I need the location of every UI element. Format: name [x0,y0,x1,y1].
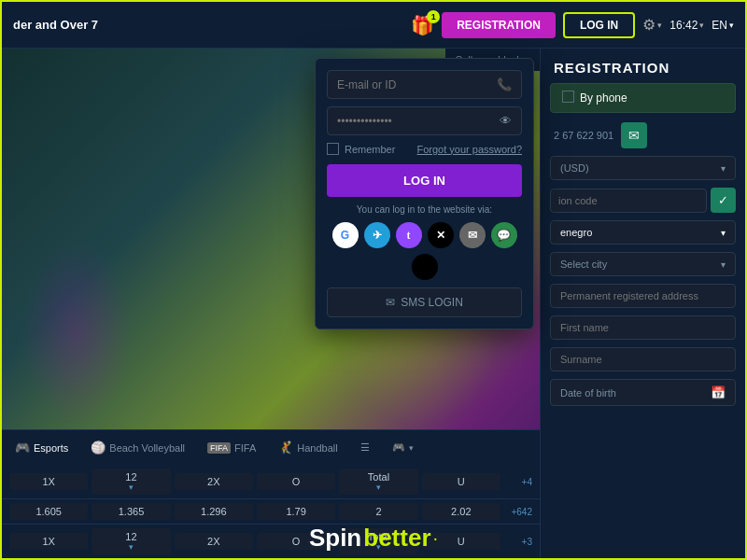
calendar-icon: 📅 [711,385,726,399]
promo-input[interactable] [550,189,707,213]
login-button[interactable]: LOG IN [563,12,635,38]
surname-input[interactable] [550,347,736,371]
chat-login-button[interactable]: 💬 [491,222,517,248]
sms-login-button[interactable]: ✉ SMS LOGIN [327,287,522,317]
left-graphic [21,241,133,427]
odds-val-2[interactable]: 1.365 [92,503,170,520]
forgot-password-link[interactable]: Forgot your password? [417,144,523,155]
registration-panel: REGISTRATION By phone 2 67 622 901 ✉ (US… [540,49,745,558]
odds-val-3[interactable]: 1.296 [175,503,253,520]
social-icons-row2 [327,254,522,280]
odds-val-5[interactable]: 2 [339,503,417,520]
remember-label: Remember [345,144,395,155]
twitch-login-button[interactable]: t [396,222,422,248]
odds-col-o: O [257,473,335,490]
gift-button[interactable]: 🎁 1 [411,14,434,36]
country-code: 2 67 622 901 [550,124,617,147]
registration-button[interactable]: REGISTRATION [442,12,556,38]
promo-input-group: ✓ [550,188,736,213]
odds-table: 1X 12 ▾ 2X O Total ▾ U +4 1.605 [2,465,540,558]
email-input[interactable] [337,78,497,91]
google-login-button[interactable]: G [332,222,359,248]
login-modal: 📞 👁 Remember Forgot your password? LOG I… [315,58,534,329]
dob-input-group[interactable]: Date of birth 📅 [550,379,736,406]
email-icon-button[interactable]: ✉ [621,122,647,148]
dob-label: Date of birth [560,387,616,399]
tab-esports[interactable]: 🎮 Esports [9,437,74,458]
odds-col-2x: 2X [175,473,253,490]
password-field: 👁 [327,106,522,135]
odds-h2-col1: 1X [9,533,88,550]
chevron-down-icon [721,162,726,174]
tab-fifa[interactable]: FIFA FIFA [202,439,261,457]
remember-left: Remember [327,143,395,155]
odds-h2-col2: 12 ▾ [92,528,170,554]
odds-col-1x: 1X [9,473,88,490]
address-input[interactable] [550,284,736,308]
remember-row: Remember Forgot your password? [327,143,522,155]
currency-select[interactable]: (USD) [550,156,736,180]
bottom-logo: Spin better · [309,524,438,553]
country-select[interactable]: enegro [550,220,736,245]
tab-beach-volleyball[interactable]: 🏐 Beach Volleyball [85,437,190,458]
remember-checkbox[interactable] [327,143,339,155]
logo-better: better [363,524,430,553]
menu-icon: ☰ [360,441,370,454]
eye-icon[interactable]: 👁 [500,114,512,128]
city-select[interactable]: Select city [550,252,736,276]
logo-spin: Spin [309,524,361,553]
login-submit-button[interactable]: LOG IN [327,164,522,197]
mail-login-button[interactable]: ✉ [459,222,486,248]
telegram-login-button[interactable]: ✈ [364,222,390,248]
odds-val-1[interactable]: 1.605 [9,503,88,520]
chevron-down-city-icon [721,259,726,270]
logo-dot: · [433,527,439,549]
fifa-badge: FIFA [207,442,231,454]
phone-icon[interactable]: 📞 [497,77,512,91]
registration-title: REGISTRATION [541,49,745,83]
odds-data-row-1: 1.605 1.365 1.296 1.79 2 2.02 +642 [2,499,540,525]
odds-val-6[interactable]: 2.02 [422,503,500,520]
social-login-note: You can log in to the website via: [327,204,522,215]
checkbox-icon [562,91,574,105]
odds-plus-642[interactable]: +642 [504,507,532,517]
social-icons: G ✈ t ✕ ✉ 💬 [327,222,522,248]
odds-col-12: 12 ▾ [92,469,170,495]
sms-icon: ✉ [386,296,395,309]
page-title: der and Over 7 [13,18,98,32]
password-input[interactable] [337,115,500,128]
phone-input-group: 2 67 622 901 ✉ [550,122,736,148]
gift-badge: 1 [427,10,440,23]
odds-h2-col3: 2X [175,533,253,550]
tab-gamepad[interactable]: 🎮 ▾ [387,438,419,457]
email-field: 📞 [327,70,522,99]
gamepad-icon: 🎮 [392,441,405,454]
odds-plus-3[interactable]: +3 [504,537,532,547]
by-phone-button[interactable]: By phone [550,83,736,113]
settings-button[interactable]: ⚙ ▾ [642,16,662,34]
promo-check-button[interactable]: ✓ [711,188,736,213]
chevron-down-country-icon [721,227,726,238]
x-login-button[interactable]: ✕ [428,222,454,248]
handball-icon: 🤾 [278,441,293,455]
content-area: Collapse block » 🎮 Esports 🏐 Beach Volle… [2,49,745,558]
odds-col-total: Total ▾ [339,469,417,495]
firstname-input[interactable] [550,315,736,340]
sports-tabs: 🎮 Esports 🏐 Beach Volleyball FIFA FIFA 🤾… [2,429,540,465]
odds-val-4[interactable]: 1.79 [257,503,335,520]
volleyball-icon: 🏐 [91,441,106,455]
main-container: der and Over 7 🎁 1 REGISTRATION LOG IN ⚙… [0,0,747,560]
tab-menu[interactable]: ☰ [355,438,375,457]
time-display: 16:42 ▾ [669,19,704,32]
odds-plus-4[interactable]: +4 [504,477,532,487]
topbar-right: 🎁 1 REGISTRATION LOG IN ⚙ ▾ 16:42 ▾ EN ▾ [411,12,734,38]
odds-header-row: 1X 12 ▾ 2X O Total ▾ U +4 [2,465,540,499]
esports-icon: 🎮 [15,441,30,455]
odds-col-u: U [422,473,500,490]
topbar: der and Over 7 🎁 1 REGISTRATION LOG IN ⚙… [2,2,745,49]
tab-handball[interactable]: 🤾 Handball [273,437,343,458]
apple-login-button[interactable] [412,254,438,280]
odds-header-row-2: 1X 12 ▾ 2X O Total ▾ U +3 [2,525,540,558]
language-button[interactable]: EN ▾ [712,19,734,32]
